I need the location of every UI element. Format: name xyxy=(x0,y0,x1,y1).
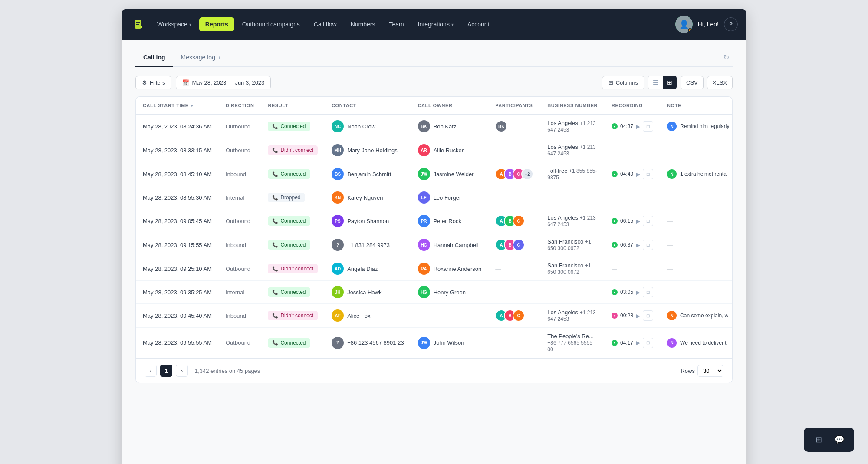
empty-recording: — xyxy=(612,147,617,154)
note-avatar: N xyxy=(667,338,677,348)
owner-avatar: HC xyxy=(418,239,430,251)
recording-duration: 04:17 xyxy=(620,340,633,346)
table-row[interactable]: May 28, 2023, 08:55:30 AMInternal📞Droppe… xyxy=(136,186,733,209)
result-badge: 📞Connected xyxy=(268,338,310,348)
recording-duration: 04:49 xyxy=(620,171,633,177)
cell-recording: ● 04:49 ▶ ⊡ xyxy=(605,162,660,186)
owner-name: Hannah Campbell xyxy=(434,242,479,248)
cell-direction: Inbound xyxy=(219,162,261,186)
table-row[interactable]: May 28, 2023, 09:35:25 AMInternal📞Connec… xyxy=(136,281,733,304)
nav-integrations[interactable]: Integrations ▾ xyxy=(412,17,460,31)
navbar: Workspace ▾ Reports Outbound campaigns C… xyxy=(122,9,746,40)
rows-dropdown[interactable]: 30 50 100 xyxy=(697,365,723,377)
columns-button[interactable]: ⊞ Columns xyxy=(602,76,644,89)
copy-recording-button[interactable]: ⊡ xyxy=(643,310,653,321)
table-row[interactable]: May 28, 2023, 09:55:55 AMOutbound📞Connec… xyxy=(136,328,733,358)
table-header-row: CALL START TIME DIRECTION RESULT CONTACT… xyxy=(136,97,733,115)
participants-group: ABC+2 xyxy=(495,168,533,180)
cell-recording: ● 06:15 ▶ ⊡ xyxy=(605,209,660,233)
copy-recording-button[interactable]: ⊡ xyxy=(643,338,653,348)
next-page-button[interactable]: › xyxy=(176,365,188,377)
copy-recording-button[interactable]: ⊡ xyxy=(643,240,653,250)
contact-avatar: PS xyxy=(332,215,344,227)
table-row[interactable]: May 28, 2023, 08:24:36 AMOutbound📞Connec… xyxy=(136,115,733,138)
cell-recording: — xyxy=(605,186,660,209)
cell-call-start-time: May 28, 2023, 08:24:36 AM xyxy=(136,115,219,138)
filter-button[interactable]: ⚙ Filters xyxy=(135,76,171,89)
nav-numbers[interactable]: Numbers xyxy=(345,17,381,31)
play-recording-button[interactable]: ▶ xyxy=(636,123,640,130)
play-recording-button[interactable]: ▶ xyxy=(636,242,640,248)
nav-workspace[interactable]: Workspace ▾ xyxy=(151,17,197,31)
calendar-icon: 📅 xyxy=(182,79,189,86)
note-avatar: N xyxy=(667,169,677,179)
cell-call-start-time: May 28, 2023, 09:55:55 AM xyxy=(136,328,219,358)
play-recording-button[interactable]: ▶ xyxy=(636,171,640,178)
chat-float-icon[interactable]: 💬 xyxy=(832,433,846,447)
table-row[interactable]: May 28, 2023, 08:45:10 AMInbound📞Connect… xyxy=(136,162,733,186)
recording-duration: 03:05 xyxy=(620,289,633,295)
copy-recording-button[interactable]: ⊡ xyxy=(643,287,653,297)
owner-name: Peter Rock xyxy=(434,218,461,224)
nav-team[interactable]: Team xyxy=(383,17,410,31)
play-recording-button[interactable]: ▶ xyxy=(636,218,640,224)
grid-view-button[interactable]: ⊞ xyxy=(663,76,677,89)
nav-outbound[interactable]: Outbound campaigns xyxy=(236,17,306,31)
business-name: Los Angeles xyxy=(547,120,578,126)
result-badge: 📞Connected xyxy=(268,169,310,179)
cell-business-number: Los Angeles +1 213 647 2453 xyxy=(540,115,605,138)
contact-avatar: AF xyxy=(332,309,344,322)
participants-group: ABC xyxy=(495,215,533,227)
grid-float-icon[interactable]: ⊞ xyxy=(812,433,825,447)
business-phone: +86 777 6565 5555 00 xyxy=(547,340,592,352)
col-call-start-time[interactable]: CALL START TIME xyxy=(136,97,219,115)
note-text: We need to deliver t xyxy=(680,340,727,346)
cell-result: 📞Didn't connect xyxy=(261,304,325,328)
nav-callflow[interactable]: Call flow xyxy=(308,17,343,31)
refresh-button[interactable]: ↻ xyxy=(720,52,733,63)
toolbar-right: ⊞ Columns ☰ ⊞ CSV XLSX xyxy=(602,76,733,89)
avatar[interactable]: 👤 xyxy=(675,16,693,33)
play-recording-button[interactable]: ▶ xyxy=(636,313,640,319)
business-name: Los Angeles xyxy=(547,309,578,316)
help-button[interactable]: ? xyxy=(724,17,738,31)
cell-call-start-time: May 28, 2023, 08:33:15 AM xyxy=(136,138,219,162)
empty-recording: — xyxy=(612,194,617,201)
xlsx-export-button[interactable]: XLSX xyxy=(707,76,733,89)
result-badge: 📞Dropped xyxy=(268,193,305,202)
prev-page-button[interactable]: ‹ xyxy=(145,365,157,377)
tab-call-log[interactable]: Call log xyxy=(135,49,173,67)
col-participants: PARTICIPANTS xyxy=(488,97,540,115)
table-row[interactable]: May 28, 2023, 09:15:55 AMInbound📞Connect… xyxy=(136,233,733,257)
table-row[interactable]: May 28, 2023, 08:33:15 AMOutbound📞Didn't… xyxy=(136,138,733,162)
cell-result: 📞Connected xyxy=(261,115,325,138)
table-row[interactable]: May 28, 2023, 09:25:10 AMOutbound📞Didn't… xyxy=(136,257,733,281)
table-row[interactable]: May 28, 2023, 09:45:40 AMInbound📞Didn't … xyxy=(136,304,733,328)
list-view-button[interactable]: ☰ xyxy=(648,76,663,89)
play-recording-button[interactable]: ▶ xyxy=(636,339,640,346)
cell-result: 📞Dropped xyxy=(261,186,325,209)
copy-recording-button[interactable]: ⊡ xyxy=(643,216,653,226)
cell-call-start-time: May 28, 2023, 09:15:55 AM xyxy=(136,233,219,257)
cell-business-number: San Francisco +1 650 300 0672 xyxy=(540,233,605,257)
table-row[interactable]: May 28, 2023, 09:05:45 AMOutbound📞Connec… xyxy=(136,209,733,233)
result-badge: 📞Connected xyxy=(268,122,310,131)
business-name: Toll-free xyxy=(547,168,567,174)
owner-name: Roxanne Anderson xyxy=(434,266,482,272)
csv-export-button[interactable]: CSV xyxy=(681,76,704,89)
copy-recording-button[interactable]: ⊡ xyxy=(643,121,653,132)
empty-note: — xyxy=(667,242,673,248)
result-badge: 📞Didn't connect xyxy=(268,311,318,320)
tab-message-log[interactable]: Message log ℹ xyxy=(173,49,228,67)
result-badge: 📞Didn't connect xyxy=(268,145,318,155)
rows-label: Rows xyxy=(681,368,695,374)
date-range-button[interactable]: 📅 May 28, 2023 — Jun 3, 2023 xyxy=(176,76,271,89)
float-bar: ⊞ 💬 xyxy=(804,428,854,452)
nav-reports[interactable]: Reports xyxy=(199,17,234,31)
play-recording-button[interactable]: ▶ xyxy=(636,289,640,296)
cell-note: — xyxy=(660,209,733,233)
app-logo xyxy=(130,16,146,32)
nav-account[interactable]: Account xyxy=(461,17,496,31)
copy-recording-button[interactable]: ⊡ xyxy=(643,169,653,179)
phone-icon: 📞 xyxy=(272,171,278,177)
